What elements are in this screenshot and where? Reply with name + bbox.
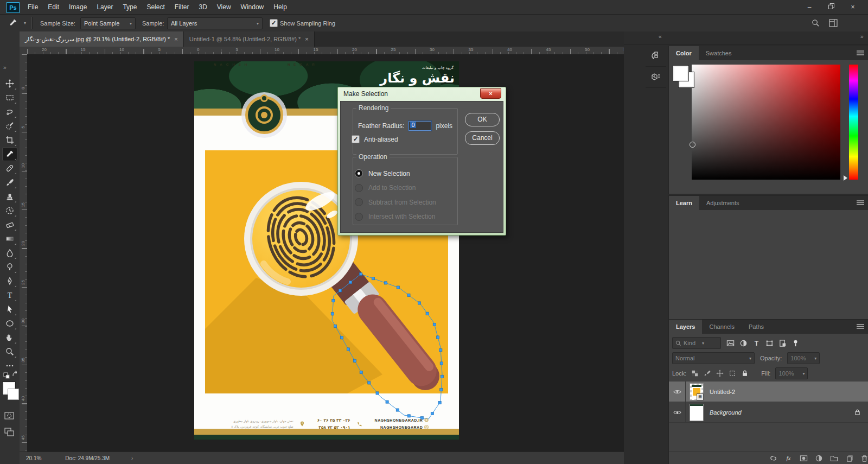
- tool-crop[interactable]: [3, 134, 17, 147]
- sample-size-dropdown[interactable]: Point Sample ▾: [80, 17, 136, 29]
- ruler-corner[interactable]: [20, 47, 28, 55]
- menu-select[interactable]: Select: [142, 3, 169, 11]
- tool-clone-stamp[interactable]: [3, 190, 17, 203]
- color-marker[interactable]: [690, 142, 695, 148]
- menu-layer[interactable]: Layer: [92, 3, 118, 11]
- menu-view[interactable]: View: [212, 3, 236, 11]
- menu-help[interactable]: Help: [269, 3, 292, 11]
- tool-move[interactable]: [3, 77, 17, 90]
- vertical-ruler[interactable]: 051015202530354045: [20, 54, 28, 452]
- horizontal-ruler[interactable]: 2015105051015202530354045505: [27, 47, 624, 55]
- blend-mode-dropdown[interactable]: Normal ▾: [672, 352, 755, 364]
- lock-artboard-icon[interactable]: [729, 370, 736, 377]
- operation-option-new-selection[interactable]: New Selection: [355, 169, 410, 177]
- default-colors-icon[interactable]: [3, 372, 10, 379]
- radio-icon[interactable]: [355, 169, 363, 177]
- tool-dodge[interactable]: [3, 260, 17, 274]
- layer-row-untitled-2[interactable]: ▦Untitled-2: [669, 382, 868, 402]
- filter-toggle-icon[interactable]: [792, 339, 800, 347]
- tool-brush[interactable]: [3, 176, 17, 189]
- layer-style-icon[interactable]: fx: [784, 454, 793, 462]
- threed-panel-icon[interactable]: [646, 67, 666, 88]
- tool-eyedropper[interactable]: [3, 148, 17, 161]
- tab-learn[interactable]: Learn: [669, 196, 699, 210]
- show-sampling-ring-checkbox[interactable]: ✓: [270, 19, 278, 27]
- quick-mask-icon[interactable]: [4, 411, 14, 420]
- status-chevron-icon[interactable]: ›: [131, 455, 133, 461]
- type-filter-icon[interactable]: T: [752, 339, 761, 347]
- collapse-tools-icon[interactable]: »: [3, 65, 6, 71]
- history-panel-icon[interactable]: [646, 46, 666, 67]
- sample-dropdown[interactable]: All Layers ▾: [167, 17, 263, 29]
- opacity-input[interactable]: 100% ▾: [787, 352, 820, 364]
- restore-icon[interactable]: [826, 3, 837, 11]
- tool-eraser[interactable]: [3, 218, 17, 231]
- path-anchor[interactable]: [396, 409, 399, 411]
- menu-type[interactable]: Type: [118, 3, 142, 11]
- tool-history-brush[interactable]: [3, 204, 17, 217]
- lock-transparent-icon[interactable]: [691, 370, 699, 377]
- hue-slider-icon[interactable]: [844, 175, 847, 181]
- tab-adjustments[interactable]: Adjustments: [699, 196, 746, 210]
- cancel-button[interactable]: Cancel: [465, 131, 500, 145]
- screen-mode-icon[interactable]: [4, 428, 14, 436]
- panel-foreground-swatch[interactable]: [673, 66, 688, 81]
- tool-rectangular-marquee[interactable]: [3, 91, 17, 104]
- saturation-field[interactable]: [692, 65, 840, 180]
- menu-3d[interactable]: 3D: [194, 3, 212, 11]
- panel-menu-icon[interactable]: [857, 324, 864, 329]
- canvas-area[interactable]: گروه چاپ و تبلیغات نقش و نگار NAGHSH NEG…: [27, 54, 624, 452]
- layer-visibility-toggle[interactable]: [669, 382, 686, 402]
- tool-spot-healing[interactable]: [3, 162, 17, 175]
- link-layers-icon[interactable]: [769, 454, 777, 462]
- adjustment-filter-icon[interactable]: [739, 339, 748, 347]
- tool-type[interactable]: T: [3, 289, 17, 302]
- dialog-title[interactable]: Make Selection: [343, 90, 388, 98]
- delete-layer-icon[interactable]: [860, 454, 868, 462]
- background-color-swatch[interactable]: [8, 389, 19, 400]
- lock-pixels-icon[interactable]: [704, 370, 711, 377]
- lock-position-icon[interactable]: [716, 370, 724, 377]
- tab-close-icon[interactable]: ×: [305, 36, 308, 42]
- panel-menu-icon[interactable]: [857, 200, 864, 206]
- layer-mask-icon[interactable]: [800, 454, 808, 462]
- tab-color[interactable]: Color: [669, 46, 699, 60]
- new-layer-icon[interactable]: [845, 454, 853, 462]
- tab-close-icon[interactable]: ×: [174, 36, 177, 42]
- close-icon[interactable]: ×: [847, 3, 858, 11]
- zoom-level[interactable]: 20.1%: [26, 455, 41, 461]
- tool-gradient[interactable]: [3, 232, 17, 245]
- lock-all-icon[interactable]: [741, 370, 749, 377]
- dialog-close-icon[interactable]: ×: [480, 88, 501, 99]
- tool-edit-toolbar[interactable]: [3, 359, 17, 372]
- menu-filter[interactable]: Filter: [170, 3, 194, 11]
- collapse-panels-icon[interactable]: «: [659, 34, 662, 40]
- pixel-filter-icon[interactable]: [726, 339, 735, 347]
- menu-window[interactable]: Window: [236, 3, 269, 11]
- expand-panels-icon[interactable]: »: [860, 34, 864, 40]
- tool-blur[interactable]: [3, 246, 17, 259]
- document-tab-2[interactable]: Untitled-1 @ 54.8% (Untitled-2, RGB/8#) …: [184, 31, 315, 47]
- layer-group-icon[interactable]: [830, 454, 838, 462]
- filter-kind-dropdown[interactable]: Kind ▾: [672, 337, 721, 349]
- menu-image[interactable]: Image: [64, 3, 92, 11]
- layer-thumbnail[interactable]: [690, 404, 703, 421]
- adjustment-layer-icon[interactable]: [815, 454, 823, 462]
- fill-input[interactable]: 100% ▾: [775, 367, 808, 379]
- feather-radius-input[interactable]: 0: [409, 121, 431, 131]
- hue-strip[interactable]: [849, 65, 858, 180]
- layer-thumbnail[interactable]: ▦: [690, 384, 703, 400]
- tab-layers[interactable]: Layers: [669, 320, 702, 334]
- path-anchor[interactable]: [438, 401, 441, 404]
- path-anchor[interactable]: [386, 401, 388, 403]
- shape-filter-icon[interactable]: [765, 339, 774, 347]
- tool-lasso[interactable]: [3, 105, 17, 118]
- menu-edit[interactable]: Edit: [43, 3, 64, 11]
- menu-file[interactable]: File: [23, 3, 43, 11]
- tool-path-selection[interactable]: [3, 303, 17, 316]
- tool-quick-selection[interactable]: [3, 119, 17, 132]
- minimize-icon[interactable]: –: [804, 3, 815, 11]
- tab-channels[interactable]: Channels: [702, 320, 741, 334]
- tab-swatches[interactable]: Swatches: [699, 46, 739, 60]
- tool-zoom[interactable]: [3, 345, 17, 358]
